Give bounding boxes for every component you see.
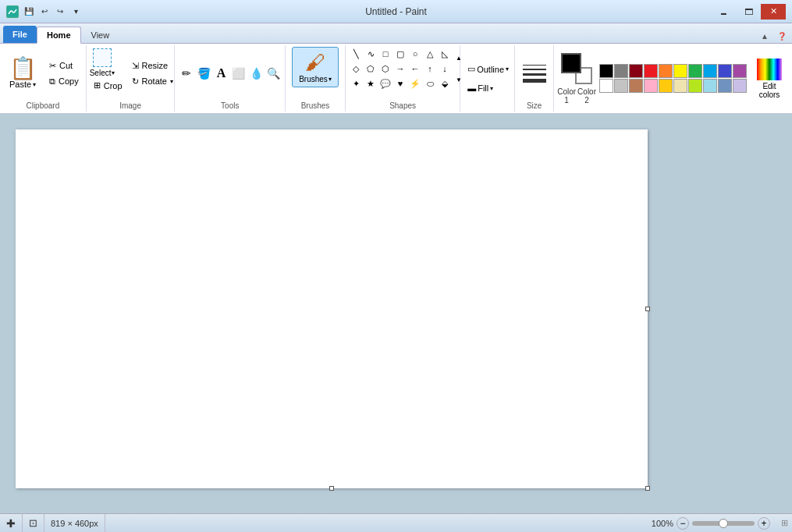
tools-label: Tools xyxy=(178,100,282,110)
color-cell-16[interactable] xyxy=(688,79,702,93)
brushes-button[interactable]: 🖌 Brushes ▾ xyxy=(292,47,339,87)
color-cell-15[interactable] xyxy=(673,79,687,93)
color-cell-18[interactable] xyxy=(718,79,732,93)
status-new-button[interactable]: ✚ xyxy=(0,514,23,532)
status-resize-button[interactable]: ⊡ xyxy=(23,514,44,532)
select-button[interactable]: Select ▾ xyxy=(90,47,115,77)
color-cell-3[interactable] xyxy=(644,64,658,78)
shape-curve[interactable]: ∿ xyxy=(364,47,378,61)
shape-line[interactable]: ╲ xyxy=(349,47,363,61)
edit-colors-button[interactable]: Editcolors xyxy=(750,56,789,101)
color-cell-13[interactable] xyxy=(644,79,658,93)
zoom-in-button[interactable]: + xyxy=(758,517,770,530)
ribbon-collapse-button[interactable]: ▲ xyxy=(758,29,772,43)
shape-more1[interactable]: ⬭ xyxy=(423,76,437,90)
shape-triangle[interactable]: △ xyxy=(423,47,437,61)
paste-button[interactable]: 📋 Paste ▾ xyxy=(3,47,42,100)
new-icon: ✚ xyxy=(6,517,16,530)
maximize-button[interactable]: 🗖 xyxy=(736,4,761,20)
shape-rounded-rect[interactable]: ▢ xyxy=(393,47,407,61)
color1-swatch[interactable] xyxy=(561,53,581,73)
canvas-area[interactable] xyxy=(0,114,792,513)
color-labels: Color1 Color2 xyxy=(557,87,596,105)
handle-right[interactable] xyxy=(645,307,650,311)
size-line-3[interactable] xyxy=(523,73,546,76)
app-icon xyxy=(6,5,19,18)
handle-bottom[interactable] xyxy=(329,486,334,491)
tab-view[interactable]: View xyxy=(81,26,120,43)
quick-undo-button[interactable]: ↩ xyxy=(37,5,51,19)
color-cell-11[interactable] xyxy=(614,79,628,93)
crop-button[interactable]: ⊞ Crop xyxy=(90,78,126,93)
color-cell-12[interactable] xyxy=(629,79,643,93)
zoom-slider[interactable] xyxy=(692,521,755,526)
close-button[interactable]: ✕ xyxy=(761,4,786,20)
shape-star5[interactable]: ★ xyxy=(364,76,378,90)
quick-access-toolbar: 💾 ↩ ↪ ▾ xyxy=(22,5,83,19)
clipboard-buttons: 📋 Paste ▾ ✂ Cut ⧉ Copy xyxy=(3,47,83,100)
quick-dropdown-button[interactable]: ▾ xyxy=(69,5,83,19)
pencil-button[interactable]: ✏ xyxy=(178,65,194,82)
fill-button[interactable]: 🪣 xyxy=(196,65,211,82)
fill-arrow: ▾ xyxy=(490,85,493,92)
shape-rect[interactable]: □ xyxy=(378,47,392,61)
status-bar: ✚ ⊡ 819 × 460px 100% − + ⊞ xyxy=(0,513,792,532)
help-button[interactable]: ❓ xyxy=(775,29,789,43)
shape-right-triangle[interactable]: ◺ xyxy=(438,47,452,61)
color-cell-0[interactable] xyxy=(599,64,613,78)
shape-star4[interactable]: ✦ xyxy=(349,76,363,90)
color-cell-10[interactable] xyxy=(599,79,613,93)
shape-hexagon[interactable]: ⬡ xyxy=(378,62,392,76)
shapes-label: Shapes xyxy=(349,100,456,110)
minimize-button[interactable]: 🗕 xyxy=(711,4,736,20)
shape-arrow-left[interactable]: ← xyxy=(408,62,422,76)
quick-save-button[interactable]: 💾 xyxy=(22,5,36,19)
handle-bottom-right[interactable] xyxy=(645,486,650,491)
shape-more2[interactable]: ⬙ xyxy=(438,76,452,90)
tab-home[interactable]: Home xyxy=(37,27,81,44)
shape-arrow-up[interactable]: ↑ xyxy=(423,62,437,76)
color-cell-17[interactable] xyxy=(703,79,717,93)
text-button[interactable]: A xyxy=(213,65,229,82)
shape-pentagon[interactable]: ⬠ xyxy=(364,62,378,76)
window-controls: 🗕 🗖 ✕ xyxy=(711,4,786,20)
fill-button[interactable]: ▬ Fill ▾ xyxy=(463,81,511,95)
drawing-canvas[interactable] xyxy=(16,129,648,488)
shape-callout[interactable]: 💬 xyxy=(378,76,392,90)
color-picker-button[interactable]: 💧 xyxy=(248,65,264,82)
tab-file[interactable]: File xyxy=(3,26,37,43)
title-bar: 💾 ↩ ↪ ▾ Untitled - Paint 🗕 🗖 ✕ xyxy=(0,0,792,23)
color-cell-4[interactable] xyxy=(659,64,673,78)
zoom-tool-button[interactable]: 🔍 xyxy=(266,65,282,82)
size-line-1[interactable] xyxy=(523,65,546,66)
resize-button[interactable]: ⇲ Resize xyxy=(128,59,177,73)
shape-heart[interactable]: ♥ xyxy=(393,76,407,90)
color-cell-9[interactable] xyxy=(733,64,747,78)
shape-arrow-down[interactable]: ↓ xyxy=(438,62,452,76)
color-cell-7[interactable] xyxy=(703,64,717,78)
shape-ellipse[interactable]: ○ xyxy=(408,47,422,61)
clipboard-label: Clipboard xyxy=(3,100,83,110)
color-cell-2[interactable] xyxy=(629,64,643,78)
size-lines xyxy=(523,47,546,100)
copy-button[interactable]: ⧉ Copy xyxy=(45,74,83,89)
color-cell-6[interactable] xyxy=(688,64,702,78)
outline-button[interactable]: ▭ Outline ▾ xyxy=(463,62,511,76)
color-cell-8[interactable] xyxy=(718,64,732,78)
cut-button[interactable]: ✂ Cut xyxy=(45,59,83,73)
color-cell-1[interactable] xyxy=(614,64,628,78)
color-cell-19[interactable] xyxy=(733,79,747,93)
rotate-button[interactable]: ↻ Rotate ▾ xyxy=(128,74,177,89)
shape-diamond[interactable]: ◇ xyxy=(349,62,363,76)
color-cell-5[interactable] xyxy=(673,64,687,78)
shape-arrow-right[interactable]: → xyxy=(393,62,407,76)
resize-icon: ⇲ xyxy=(132,61,139,71)
status-dimensions: 819 × 460px xyxy=(44,514,105,532)
shape-lightning[interactable]: ⚡ xyxy=(408,76,422,90)
quick-redo-button[interactable]: ↪ xyxy=(53,5,67,19)
size-line-4[interactable] xyxy=(523,79,546,83)
zoom-out-button[interactable]: − xyxy=(677,517,689,530)
color-cell-14[interactable] xyxy=(659,79,673,93)
eraser-button[interactable]: ⬜ xyxy=(231,65,247,82)
size-line-2[interactable] xyxy=(523,69,546,70)
